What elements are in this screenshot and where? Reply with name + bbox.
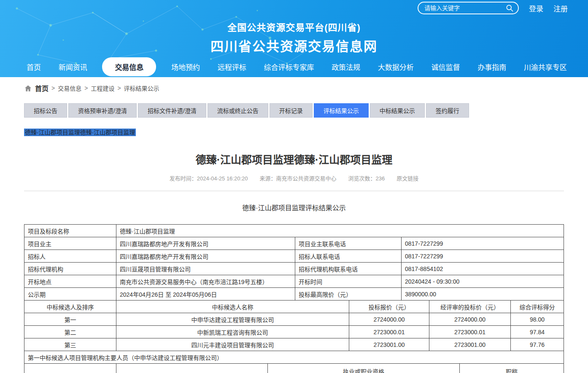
cell-value: 0817-7227299: [402, 250, 564, 263]
cell-label: 招标代理机构联系电话: [295, 263, 402, 275]
candidate-row: 第一 中申华达建设工程管理有限公司 2724000.00 2724000.00 …: [24, 313, 564, 326]
breadcrumb-engineering[interactable]: 工程建设: [91, 84, 114, 92]
candidate-rank: 第三: [24, 338, 116, 351]
cell-label: 开标时间: [295, 275, 402, 288]
home-icon: [24, 84, 32, 92]
cell-value: 四川嘉瑞路都房地产开发有限公司: [116, 237, 295, 250]
breadcrumb: 首页 > 交易信息 > 工程建设 > 评标结果公示: [24, 77, 564, 97]
breadcrumb-home[interactable]: 首页: [35, 83, 49, 93]
search-input[interactable]: [424, 5, 505, 11]
column-header: 中标候选人及排序: [24, 301, 116, 313]
breadcrumb-separator: >: [84, 85, 88, 91]
nav-item-chuanyu-zone[interactable]: 川渝共享专区: [521, 57, 569, 76]
page-title: 德臻·江山郡项目监理德臻·江山郡项目监理: [0, 151, 588, 166]
nav-item-guide[interactable]: 办事指南: [475, 57, 509, 76]
breadcrumb-trade-info[interactable]: 交易信息: [58, 84, 81, 92]
article-meta: 发布时间：2024-04-25 16:20:20 来源：南充市公共资源交易中心 …: [0, 174, 588, 182]
tab-evaluation-result[interactable]: 评标结果公示: [314, 103, 369, 118]
tab-tender-announcement[interactable]: 招标公告: [24, 103, 67, 118]
candidates-header-row: 中标候选人及排序 中标候选人名称 投标报价（元） 经评审的投标价（元） 综合评标…: [24, 301, 564, 313]
source: 来源：南充市公共资源交易中心: [259, 174, 336, 182]
nav-item-policies[interactable]: 政策法规: [329, 57, 363, 76]
tab-bid-opening-record[interactable]: 开标记录: [270, 103, 313, 118]
tab-contract-performance[interactable]: 签约履行: [426, 103, 469, 118]
column-header: 综合评标得分: [511, 301, 564, 313]
category-tabs: 招标公告 资格预审补遗/澄清 招标文件补遗/澄清 流标或终止公告 开标记录 评标…: [24, 103, 564, 118]
nav-item-remote-evaluation[interactable]: 远程评标: [215, 57, 249, 76]
register-link[interactable]: 注册: [553, 3, 568, 13]
bid-price: 2723000.01: [349, 326, 429, 338]
highlighted-title-text: 德臻·江山郡项目监理德臻·江山郡项目监理: [24, 129, 136, 136]
cell-value: 0817-8854102: [402, 263, 564, 275]
score: 98.00: [511, 313, 564, 326]
nav-item-big-data[interactable]: 大数据分析: [375, 57, 416, 76]
column-header: 职务: [24, 364, 116, 373]
cell-label: 项目及标段名称: [24, 225, 116, 237]
original-link[interactable]: 原文链接: [396, 174, 418, 182]
main-nav: 首页 新闻资讯 交易信息 场地预约 远程评标 综合评标专家库 政策法规 大数据分…: [24, 56, 569, 77]
evaluated-price: 2723001.00: [429, 338, 511, 351]
column-header: 投标报价（元）: [349, 301, 429, 313]
breadcrumb-evaluation-result[interactable]: 评标结果公示: [124, 84, 159, 92]
search-icon[interactable]: [505, 4, 514, 12]
cell-label: 投标最高限价（元）: [295, 288, 402, 301]
score: 97.76: [511, 338, 564, 351]
table-row: 开标地点 南充市公共资源交易服务中心（南充市涪江路19号五楼） 开标时间 202…: [24, 275, 564, 288]
personnel-section-title: 第一中标候选人项目管理机构主要人员（中申华达建设工程管理有限公司）: [24, 351, 564, 364]
breadcrumb-separator: >: [117, 85, 121, 91]
column-header: 执业或职业资格: [268, 364, 460, 373]
column-header: 姓名: [116, 364, 268, 373]
nav-item-trade-info[interactable]: 交易信息: [102, 57, 156, 76]
cell-label: 招标人: [24, 250, 116, 263]
column-header: 经评审的投标价（元）: [429, 301, 511, 313]
nav-item-expert-database[interactable]: 综合评标专家库: [261, 57, 316, 76]
cell-value: 德臻·江山郡项目监理: [116, 225, 564, 237]
personnel-header-row: 职务 姓名 执业或职业资格 职称: [24, 364, 564, 373]
breadcrumb-separator: >: [51, 85, 55, 91]
candidate-rank: 第一: [24, 313, 116, 326]
score: 97.84: [511, 326, 564, 338]
candidate-name: 四川元丰建设项目管理有限公司: [116, 338, 349, 351]
cell-label: 项目业主: [24, 237, 116, 250]
candidate-name: 中申华达建设工程管理有限公司: [116, 313, 349, 326]
table-row: 项目及标段名称 德臻·江山郡项目监理: [24, 225, 564, 237]
cell-value: 2024年04月26日 至 2024年05月06日: [116, 288, 295, 301]
evaluated-price: 2723000.01: [429, 326, 511, 338]
tab-prequalification-supplement[interactable]: 资格预审补遗/澄清: [68, 103, 137, 118]
view-count: 浏览次数：236: [348, 174, 385, 182]
platform-title: 全国公共资源交易平台(四川省): [0, 20, 588, 33]
evaluated-price: 2724000.00: [429, 313, 511, 326]
login-link[interactable]: 登录: [529, 3, 543, 13]
document-title: 德臻·江山郡项目监理评标结果公示: [0, 202, 588, 212]
tab-winning-result[interactable]: 中标结果公示: [370, 103, 425, 118]
cell-value: 0817-7227299: [402, 237, 564, 250]
column-header: 中标候选人名称: [116, 301, 349, 313]
tab-tender-doc-supplement[interactable]: 招标文件补遗/澄清: [138, 103, 206, 118]
cell-value: 四川亘晟项目管理有限公司: [116, 263, 295, 275]
candidate-row: 第二 中新凯瑞工程咨询有限公司 2723000.01 2723000.01 97…: [24, 326, 564, 338]
table-row: 公示期 2024年04月26日 至 2024年05月06日 投标最高限价（元） …: [24, 288, 564, 301]
result-table: 项目及标段名称 德臻·江山郡项目监理 项目业主 四川嘉瑞路都房地产开发有限公司 …: [24, 224, 564, 373]
nav-item-home[interactable]: 首页: [24, 57, 43, 76]
cell-value: 南充市公共资源交易服务中心（南充市涪江路19号五楼）: [116, 275, 295, 288]
table-row: 项目业主 四川嘉瑞路都房地产开发有限公司 项目业主联系电话 0817-72272…: [24, 237, 564, 250]
tab-failed-or-terminated[interactable]: 流标或终止公告: [208, 103, 268, 118]
site-header: 登录 注册 全国公共资源交易平台(四川省) 四川省公共资源交易信息网 首页 新闻…: [0, 0, 588, 77]
bid-price: 2723001.00: [349, 338, 429, 351]
cell-label: 招标人联系电话: [295, 250, 402, 263]
cell-label: 开标地点: [24, 275, 116, 288]
candidate-rank: 第二: [24, 326, 116, 338]
site-title: 四川省公共资源交易信息网: [0, 36, 588, 55]
candidate-name: 中新凯瑞工程咨询有限公司: [116, 326, 349, 338]
nav-item-venue-booking[interactable]: 场地预约: [169, 57, 202, 76]
bid-price: 2724000.00: [349, 313, 429, 326]
cell-value: 四川嘉瑞路都房地产开发有限公司: [116, 250, 295, 263]
cell-label: 招标代理机构: [24, 263, 116, 275]
nav-item-news[interactable]: 新闻资讯: [56, 57, 90, 76]
search-box: [418, 2, 519, 14]
cell-value: 20240424 - 09:30:00: [402, 275, 564, 288]
nav-item-integrity[interactable]: 诚信监督: [429, 57, 463, 76]
divider: [24, 191, 564, 191]
selected-text-line: 德臻·江山郡项目监理德臻·江山郡项目监理: [24, 128, 564, 136]
cell-label: 公示期: [24, 288, 116, 301]
